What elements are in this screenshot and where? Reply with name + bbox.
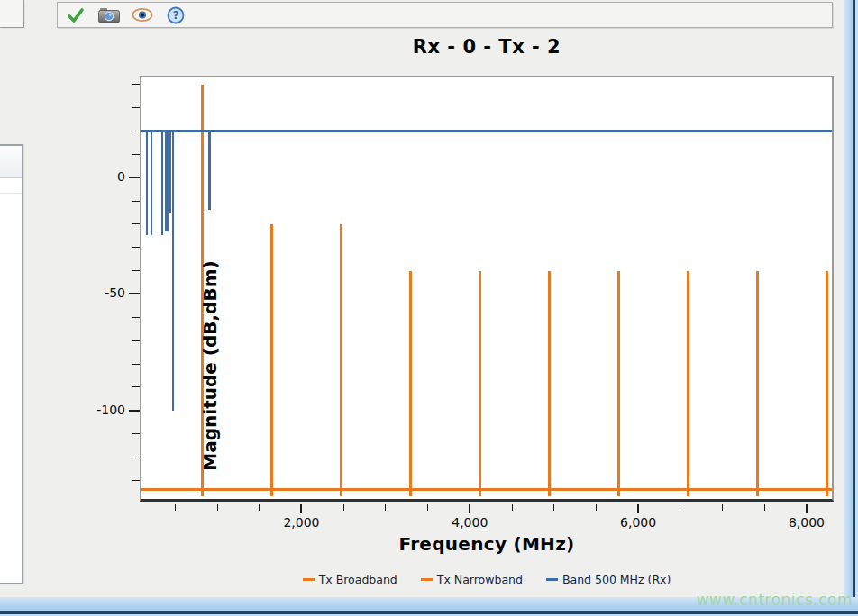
- x-major-tick: [469, 504, 470, 513]
- x-minor-tick: [722, 504, 723, 511]
- y-tick-label: -100: [82, 403, 125, 417]
- y-major-tick: [129, 177, 140, 178]
- left-panel-header: [0, 146, 22, 178]
- legend-label: Tx Broadband: [319, 573, 397, 586]
- y-minor-tick: [132, 270, 140, 271]
- x-axis-label: Frequency (MHz): [140, 533, 834, 555]
- help-icon[interactable]: ?: [165, 5, 187, 24]
- x-tick-label: 2,000: [272, 515, 330, 530]
- x-minor-tick: [596, 504, 597, 511]
- series-hline-band-500-mhz-rx-: [141, 130, 832, 132]
- series-impulse: [270, 224, 273, 497]
- series-dip: [146, 131, 148, 234]
- series-impulse: [687, 271, 689, 497]
- x-minor-tick: [680, 504, 680, 511]
- legend-item: Tx Narrowband: [421, 573, 523, 586]
- svg-text:?: ?: [173, 9, 179, 22]
- plot-canvas[interactable]: [141, 77, 832, 499]
- x-major-tick: [806, 504, 808, 513]
- series-impulse: [201, 85, 204, 497]
- x-minor-tick: [553, 504, 554, 511]
- x-major-tick: [637, 504, 639, 513]
- series-hline-tx-broadband: [141, 488, 832, 491]
- camera-icon[interactable]: [98, 5, 120, 24]
- series-impulse: [617, 271, 620, 497]
- series-dip: [166, 131, 171, 212]
- y-minor-tick: [132, 131, 140, 131]
- watermark-text: www.cntronics.com: [697, 591, 853, 609]
- y-tick-label: 0: [82, 169, 125, 184]
- legend-label: Band 500 MHz (Rx): [562, 573, 671, 586]
- series-dip: [151, 131, 152, 234]
- y-minor-tick: [132, 201, 140, 202]
- series-impulse: [826, 271, 828, 497]
- legend-dash-icon: [546, 578, 558, 581]
- legend-item: Tx Broadband: [303, 573, 397, 586]
- graph-toolbar: ?: [57, 2, 833, 28]
- left-panel-row-divider: [0, 193, 22, 194]
- chart-title: Rx - 0 - Tx - 2: [140, 36, 834, 63]
- x-minor-tick: [343, 504, 344, 511]
- series-impulse: [409, 271, 412, 497]
- legend-dash-icon: [421, 578, 433, 581]
- legend-label: Tx Narrowband: [437, 573, 523, 586]
- legend-item: Band 500 MHz (Rx): [546, 573, 671, 586]
- left-docked-panel[interactable]: [0, 144, 23, 584]
- x-minor-tick: [259, 504, 260, 511]
- y-minor-tick: [132, 480, 140, 481]
- y-minor-tick: [132, 433, 140, 434]
- x-tick-label: 8,000: [778, 515, 835, 530]
- series-dip: [172, 131, 174, 410]
- legend-dash-icon: [303, 578, 315, 581]
- y-major-tick: [129, 293, 140, 294]
- series-dip: [161, 131, 163, 234]
- series-impulse: [756, 271, 759, 497]
- y-minor-tick: [132, 457, 140, 457]
- x-minor-tick: [175, 504, 176, 511]
- y-minor-tick: [132, 84, 140, 85]
- y-major-tick: [129, 410, 140, 412]
- check-icon[interactable]: [65, 5, 87, 24]
- x-major-tick: [300, 504, 302, 513]
- x-minor-tick: [385, 504, 386, 511]
- x-minor-tick: [427, 504, 428, 511]
- app-window: ? Rx - 0 - Tx - 2 Magnitude (dB,dBm) 2,0…: [0, 0, 858, 616]
- x-minor-tick: [764, 504, 765, 511]
- series-impulse: [340, 224, 342, 497]
- y-minor-tick: [132, 223, 140, 224]
- eye-icon[interactable]: [132, 5, 153, 24]
- y-minor-tick: [132, 107, 140, 108]
- adjacent-panel-corner: [0, 0, 24, 28]
- series-impulse: [548, 271, 551, 497]
- y-minor-tick: [132, 247, 140, 248]
- chart-legend: Tx BroadbandTx NarrowbandBand 500 MHz (R…: [140, 573, 834, 586]
- window-border-right: [844, 0, 858, 597]
- series-impulse: [479, 271, 481, 497]
- y-minor-tick: [132, 386, 140, 387]
- x-minor-tick: [217, 504, 218, 511]
- y-tick-label: -50: [82, 285, 125, 300]
- y-minor-tick: [132, 317, 140, 318]
- x-tick-label: 4,000: [441, 515, 498, 530]
- series-dip: [208, 131, 211, 210]
- x-tick-label: 6,000: [609, 515, 667, 530]
- y-minor-tick: [132, 364, 140, 365]
- x-minor-tick: [512, 504, 513, 511]
- y-minor-tick: [132, 154, 140, 155]
- y-minor-tick: [132, 340, 140, 341]
